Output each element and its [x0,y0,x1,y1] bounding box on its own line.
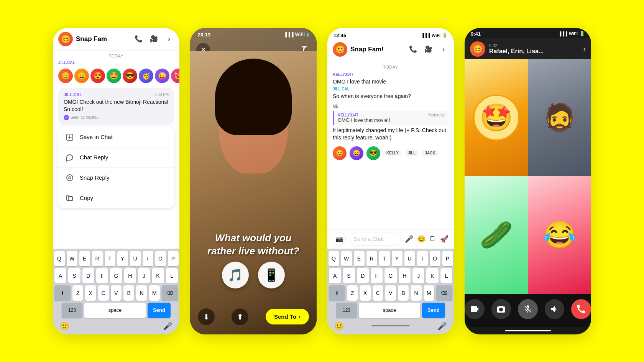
chat-input[interactable]: Send a Chat [349,233,402,246]
key3-send[interactable]: Send [422,303,445,318]
phone-2: 20:13 ▐▐▐ WiFi ▮ ✕ T [190,28,317,334]
mask-emoji: 🥒 [480,219,513,251]
key-l[interactable]: L [166,268,178,283]
mic-icon-kb3[interactable]: 🎤 [437,321,447,331]
key-q[interactable]: Q [54,251,65,266]
key-123[interactable]: 123 [62,303,82,318]
phone-4: 9:41 ▐▐▐ WiFi 🔋 😊 0:32 Rafael, Erin, Lis… [465,28,591,334]
send-to-button[interactable]: Send To › [266,309,309,324]
key3-i[interactable]: I [417,251,428,266]
copy-option[interactable]: Copy [58,188,174,208]
key3-s[interactable]: S [343,268,355,283]
key3-w[interactable]: W [341,251,352,266]
key3-y[interactable]: Y [392,251,402,266]
key3-e[interactable]: E [354,251,365,266]
download-button[interactable]: ⬇ [198,308,215,325]
key-send[interactable]: Send [148,303,171,318]
key-t[interactable]: T [105,251,115,266]
svg-point-2 [69,177,71,179]
chevron-right-icon-3[interactable]: › [439,44,449,54]
key-h[interactable]: H [124,268,136,283]
key-w[interactable]: W [67,251,77,266]
phone-icon[interactable]: 📞 [133,34,143,44]
key-c[interactable]: C [98,285,109,301]
emoji-icon[interactable]: 🙂 [60,321,69,331]
key-n[interactable]: N [136,285,147,301]
key-k[interactable]: K [152,268,164,283]
key-i[interactable]: I [143,251,153,266]
key3-t[interactable]: T [379,251,390,266]
chevron-right-icon[interactable]: › [164,34,174,44]
key3-h[interactable]: H [399,268,411,283]
key3-b[interactable]: B [398,285,409,301]
key3-d[interactable]: D [357,268,369,283]
share-button[interactable]: ⬆ [232,308,248,325]
key-u[interactable]: U [130,251,141,266]
speaker-button[interactable] [545,299,565,319]
key-d[interactable]: D [82,268,94,283]
emoji-icon-3[interactable]: 😊 [417,235,426,243]
key3-g[interactable]: G [384,268,396,283]
key-f[interactable]: F [96,268,108,283]
key3-v[interactable]: V [385,285,396,301]
camera-off-button[interactable] [465,299,485,319]
video-cell-4: 😂 [528,176,591,294]
key3-x[interactable]: X [360,285,370,301]
key3-space[interactable]: space [359,303,420,318]
key3-q[interactable]: Q [329,251,339,266]
phone-icon-3[interactable]: 📞 [408,44,418,54]
chat-reply-option[interactable]: Chat Reply [58,147,174,168]
key3-n[interactable]: N [411,285,421,301]
key3-c[interactable]: C [373,285,383,301]
microphone-icon-3[interactable]: 🎤 [405,235,413,243]
key-g[interactable]: G [110,268,122,283]
mute-button[interactable] [518,299,538,319]
camera-button[interactable]: 📷 [333,233,346,246]
key3-p[interactable]: P [442,251,453,266]
key3-a[interactable]: A [329,268,341,283]
key3-r[interactable]: R [366,251,377,266]
key-r[interactable]: R [92,251,103,266]
key-j[interactable]: J [138,268,150,283]
key-backspace[interactable]: ⌫ [162,285,178,301]
phone2-content: 20:13 ▐▐▐ WiFi ▮ ✕ T [190,28,317,334]
key-e[interactable]: E [79,251,90,266]
chevron-right-4[interactable]: › [583,44,586,53]
key3-k[interactable]: K [426,268,438,283]
save-in-chat-option[interactable]: Save in Chat [58,127,174,147]
key3-f[interactable]: F [371,268,383,283]
key3-m[interactable]: M [424,285,434,301]
key3-shift[interactable]: ⬆ [329,285,345,301]
key-s[interactable]: S [68,268,80,283]
flip-camera-button[interactable] [491,299,511,319]
key-p[interactable]: P [168,251,179,266]
key3-u[interactable]: U [404,251,415,266]
key-shift[interactable]: ⬆ [54,285,71,301]
key-a[interactable]: A [54,268,66,283]
key3-j[interactable]: J [412,268,424,283]
phone3-icons: 📞 🎥 › [408,44,449,54]
video-icon[interactable]: 🎥 [149,34,159,44]
sticker-icon-3[interactable]: 🗒 [429,235,436,243]
key-b[interactable]: B [123,285,134,301]
key3-z[interactable]: Z [347,285,358,301]
key-m[interactable]: M [149,285,160,301]
key3-o[interactable]: O [430,251,440,266]
emoji-icon-kb3[interactable]: 🙂 [334,321,344,331]
key-y[interactable]: Y [117,251,128,266]
key3-123[interactable]: 123 [336,303,357,318]
attachment-icon-3[interactable]: 🚀 [440,235,449,243]
key-space[interactable]: space [84,303,146,318]
snap-reply-option[interactable]: Snap Reply [58,168,174,188]
key-o[interactable]: O [155,251,166,266]
key-v[interactable]: V [111,285,122,301]
key-x[interactable]: X [85,285,96,301]
end-call-button[interactable] [571,299,591,319]
video-icon-3[interactable]: 🎥 [423,44,433,54]
key-z[interactable]: Z [72,285,83,301]
key3-backspace[interactable]: ⌫ [436,285,452,301]
choice-1[interactable]: 🎵 [222,262,249,288]
choice-2[interactable]: 📱 [258,262,285,288]
microphone-icon[interactable]: 🎤 [163,321,172,331]
key3-l[interactable]: L [440,268,452,283]
